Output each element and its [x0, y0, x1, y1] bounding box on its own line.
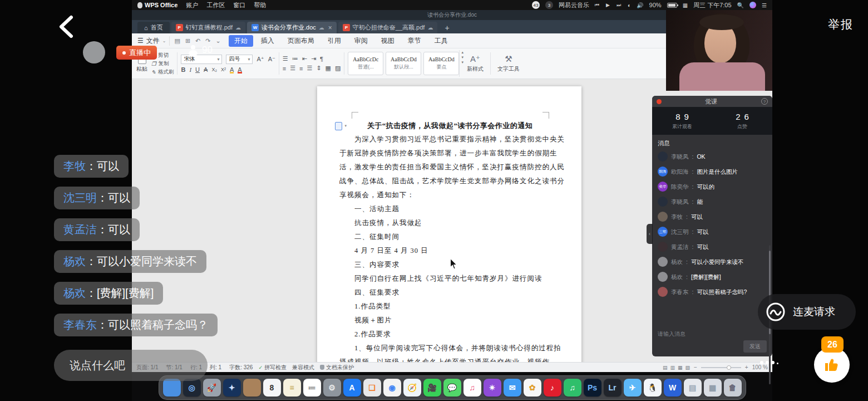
zoom-slider[interactable]	[701, 367, 741, 368]
panel-message-input[interactable]	[658, 329, 767, 339]
control-center-icon[interactable]: ☰	[762, 2, 767, 8]
print-icon[interactable]: ⊞	[185, 37, 190, 45]
ribbon-tab[interactable]: 工具	[429, 35, 453, 47]
shrink-font-button[interactable]: A⁻	[268, 56, 275, 63]
italic-button[interactable]: I	[189, 66, 191, 73]
menu-bar-item[interactable]: 帮助	[254, 1, 266, 9]
dock-app-icon[interactable]: ✉	[504, 379, 521, 397]
menu-bar-clock[interactable]: 周三 下午7:05	[693, 1, 731, 9]
font-name-select[interactable]: 宋体▾	[181, 55, 222, 64]
redo-icon[interactable]: ↷	[205, 37, 210, 45]
ribbon-tab[interactable]: 审阅	[349, 35, 373, 47]
zoom-out-button[interactable]: −	[694, 364, 697, 370]
dock-app-icon[interactable]: 💬	[443, 379, 461, 397]
display-icon[interactable]: ◐	[628, 2, 631, 8]
decrease-indent-icon[interactable]: ⇤	[302, 55, 307, 62]
dock-app-icon[interactable]	[243, 379, 261, 397]
tab-document-pdf-1[interactable]: P 钉钉直播教程.pdf ☁	[171, 22, 245, 33]
dock-app-icon[interactable]: ≡	[283, 379, 301, 397]
undo-icon[interactable]: ↶	[195, 37, 200, 45]
search-icon[interactable]: 🔍	[737, 2, 744, 8]
dock-app-icon[interactable]: 🐧	[644, 379, 662, 397]
dock-app-icon[interactable]: 8	[263, 379, 281, 397]
subscript-button[interactable]: X₂	[211, 67, 217, 72]
copy-button[interactable]: ❐复制	[151, 60, 174, 67]
tab-document-pdf-2[interactable]: P 守初心担使命奋__高颖.pdf ☁	[338, 22, 438, 33]
dock-app-icon[interactable]: ▤	[684, 379, 702, 397]
ribbon-tab[interactable]: 开始	[229, 35, 253, 47]
superscript-button[interactable]: X²	[221, 67, 226, 72]
dock-app-icon[interactable]: 🎥	[423, 379, 441, 397]
back-button[interactable]	[56, 14, 78, 39]
view-mode-icon[interactable]: ▧	[685, 365, 690, 370]
zoom-slider-knob[interactable]	[727, 365, 731, 370]
grow-font-button[interactable]: A⁺	[257, 56, 264, 63]
more-options-button[interactable]	[760, 361, 778, 364]
zoom-in-button[interactable]: +	[745, 364, 748, 370]
increase-indent-icon[interactable]: ⇥	[311, 55, 316, 62]
font-color-button[interactable]: A	[238, 66, 241, 73]
battery-icon[interactable]	[667, 3, 677, 8]
view-mode-icon[interactable]: ▦	[678, 365, 683, 370]
file-menu-button[interactable]: ☰ 文件 ⌄	[137, 36, 170, 46]
tab-document-active[interactable]: W 读书会分享作业.doc ☁ ×	[247, 22, 337, 33]
send-button[interactable]: 发送	[743, 340, 767, 353]
bold-button[interactable]: B	[181, 66, 185, 73]
view-mode-icon[interactable]: ▥	[670, 365, 675, 370]
help-icon[interactable]: ?	[761, 98, 768, 105]
ribbon-tab[interactable]: 页面布局	[282, 35, 320, 47]
menu-bar-item[interactable]: 窗口	[233, 1, 245, 9]
menu-bar-item[interactable]: 账户	[186, 1, 198, 9]
dock-app-icon[interactable]: ♫	[463, 379, 481, 397]
page-settings-icon[interactable]	[335, 122, 342, 130]
host-avatar[interactable]	[83, 41, 105, 63]
status-badge-b[interactable]: 3	[545, 1, 553, 9]
view-mode-icon[interactable]: ▤	[663, 365, 668, 370]
close-tab-icon[interactable]: ×	[328, 24, 332, 32]
siri-icon[interactable]	[749, 2, 756, 8]
format-painter-button[interactable]: ✎格式刷	[151, 69, 174, 76]
grid-icon[interactable]: ▦	[683, 2, 688, 8]
ribbon-tab[interactable]: 视图	[376, 35, 400, 47]
music-app-name[interactable]: 网易云音乐	[559, 1, 589, 9]
protection-status[interactable]: 文档未保护	[320, 364, 354, 371]
ribbon-tab[interactable]: 插入	[255, 35, 280, 47]
bullet-list-icon[interactable]: ☰	[283, 55, 288, 62]
dock-app-icon[interactable]	[163, 379, 181, 397]
align-left-icon[interactable]: ≡	[283, 65, 286, 72]
spell-check-toggle[interactable]: ✓ 拼写检查	[258, 364, 287, 371]
panel-collapse-handle[interactable]: ‹	[647, 224, 653, 244]
dock-app-icon[interactable]: ✈	[624, 379, 642, 397]
highlight-color-button[interactable]: A	[230, 66, 234, 73]
numbered-list-icon[interactable]: ≔	[292, 55, 298, 62]
dock-app-icon[interactable]: ♪	[544, 379, 561, 397]
align-center-icon[interactable]: ☰	[290, 65, 295, 72]
menu-bar-item[interactable]: WPS Office	[145, 2, 177, 8]
dock-app-icon[interactable]: ◉	[383, 379, 401, 397]
dock-app-icon[interactable]: W	[664, 379, 682, 397]
dock-app-icon[interactable]: 🚀	[203, 379, 221, 397]
zoom-percent[interactable]: 100 %	[752, 364, 768, 370]
dock-app-icon[interactable]: ⚙	[323, 379, 341, 397]
ribbon-tab[interactable]: 引用	[322, 35, 347, 47]
dock-app-icon[interactable]: A	[343, 379, 361, 397]
menu-bar-item[interactable]: 工作区	[206, 1, 225, 9]
volume-icon[interactable]: 🔊	[637, 2, 643, 8]
dock-app-icon[interactable]: ✦	[223, 379, 241, 397]
underline-button[interactable]: U	[195, 66, 200, 73]
apple-logo-icon[interactable]	[137, 2, 142, 8]
dock-app-icon[interactable]: Ps	[584, 379, 601, 397]
borders-icon[interactable]: ▦	[326, 65, 331, 72]
ribbon-tab[interactable]: 章节	[402, 35, 427, 47]
document-page[interactable]: 关于“抗击疫情，从我做起”读书分享会作业的通知 为深入学习贯彻习近平总书记重要指…	[317, 86, 581, 362]
justify-icon[interactable]: ☰	[307, 65, 313, 72]
paragraph-mark-icon[interactable]: ¶	[320, 56, 323, 62]
line-spacing-icon[interactable]: ⇕	[316, 65, 321, 72]
chat-input[interactable]	[54, 350, 208, 381]
save-icon[interactable]: ▤	[174, 37, 180, 45]
dock-app-icon[interactable]: ❏	[363, 379, 381, 397]
style-preset[interactable]: AaBbCcDd 要点	[423, 52, 459, 75]
shading-icon[interactable]: ▨	[335, 65, 341, 72]
align-right-icon[interactable]: ≡	[299, 65, 303, 72]
media-prev-icon[interactable]: ⏮	[595, 2, 600, 8]
